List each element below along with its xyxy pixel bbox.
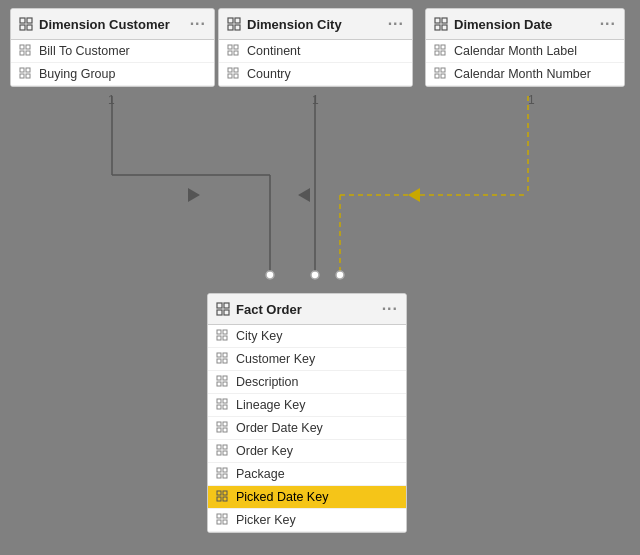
arrow-dim-city [298,188,310,202]
svg-rect-20 [228,68,232,72]
svg-rect-28 [435,45,439,49]
row-icon-city-key [216,329,230,343]
row-calendar-month-label[interactable]: Calendar Month Label [426,40,624,63]
svg-rect-15 [235,25,240,30]
svg-rect-52 [217,399,221,403]
row-continent[interactable]: Continent [219,40,412,63]
row-calendar-month-number[interactable]: Calendar Month Number [426,63,624,86]
card-header-dimension-date[interactable]: Dimension Date ··· [426,9,624,40]
card-menu-fact-order[interactable]: ··· [382,300,398,318]
svg-rect-58 [217,428,221,432]
card-dimension-city[interactable]: Dimension City ··· Continent [218,8,413,87]
svg-rect-68 [217,491,221,495]
svg-rect-55 [223,405,227,409]
row-icon-calendar-month-number [434,67,448,81]
svg-rect-5 [26,45,30,49]
svg-rect-9 [26,68,30,72]
row-icon-lineage-key [216,398,230,412]
svg-rect-44 [217,353,221,357]
svg-rect-50 [217,382,221,386]
card-menu-dimension-customer[interactable]: ··· [190,15,206,33]
svg-rect-21 [234,68,238,72]
svg-rect-69 [223,491,227,495]
row-label-order-key: Order Key [236,444,293,458]
card-menu-dimension-city[interactable]: ··· [388,15,404,33]
row-label-city-key: City Key [236,329,283,343]
row-country[interactable]: Country [219,63,412,86]
row-icon-bill-to-customer [19,44,33,58]
svg-rect-13 [235,18,240,23]
row-label-picker-key: Picker Key [236,513,296,527]
card-body-dimension-date: Calendar Month Label Calendar Month Numb… [426,40,624,86]
row-icon-country [227,67,241,81]
row-icon-picked-date-key [216,490,230,504]
row-package[interactable]: Package [208,463,406,486]
card-header-dimension-customer[interactable]: Dimension Customer ··· [11,9,214,40]
grid-icon-fact-order [216,302,230,316]
svg-rect-65 [223,468,227,472]
svg-rect-39 [224,310,229,315]
svg-rect-31 [441,51,445,55]
row-label-picked-date-key: Picked Date Key [236,490,328,504]
svg-rect-62 [217,451,221,455]
row-label-calendar-month-number: Calendar Month Number [454,67,591,81]
svg-rect-4 [20,45,24,49]
svg-rect-8 [20,68,24,72]
row-buying-group[interactable]: Buying Group [11,63,214,86]
row-icon-continent [227,44,241,58]
svg-rect-7 [26,51,30,55]
row-label-lineage-key: Lineage Key [236,398,306,412]
row-customer-key[interactable]: Customer Key [208,348,406,371]
svg-rect-1 [27,18,32,23]
connector-dim-date [336,271,344,279]
label-one-dim-customer: 1 [108,93,115,107]
svg-rect-46 [217,359,221,363]
svg-rect-17 [234,45,238,49]
svg-rect-42 [217,336,221,340]
row-order-date-key[interactable]: Order Date Key [208,417,406,440]
svg-rect-56 [217,422,221,426]
svg-rect-34 [435,74,439,78]
row-bill-to-customer[interactable]: Bill To Customer [11,40,214,63]
card-header-fact-order[interactable]: Fact Order ··· [208,294,406,325]
svg-rect-71 [223,497,227,501]
card-title-dimension-date: Dimension Date [454,17,552,32]
svg-rect-75 [223,520,227,524]
svg-rect-12 [228,18,233,23]
row-lineage-key[interactable]: Lineage Key [208,394,406,417]
arrow-dim-customer [188,188,200,202]
card-title-dimension-customer: Dimension Customer [39,17,170,32]
svg-rect-0 [20,18,25,23]
card-fact-order[interactable]: Fact Order ··· City Key [207,293,407,533]
row-picker-key[interactable]: Picker Key [208,509,406,532]
card-menu-dimension-date[interactable]: ··· [600,15,616,33]
svg-rect-48 [217,376,221,380]
row-icon-picker-key [216,513,230,527]
svg-rect-74 [217,520,221,524]
row-picked-date-key[interactable]: Picked Date Key [208,486,406,509]
svg-rect-45 [223,353,227,357]
grid-icon-dimension-customer [19,17,33,31]
svg-rect-25 [442,18,447,23]
svg-rect-18 [228,51,232,55]
row-icon-package [216,467,230,481]
svg-rect-53 [223,399,227,403]
svg-rect-10 [20,74,24,78]
svg-rect-36 [217,303,222,308]
row-label-order-date-key: Order Date Key [236,421,323,435]
row-label-country: Country [247,67,291,81]
row-order-key[interactable]: Order Key [208,440,406,463]
card-dimension-date[interactable]: Dimension Date ··· Calendar Month Label [425,8,625,87]
row-icon-calendar-month-label [434,44,448,58]
svg-rect-67 [223,474,227,478]
row-label-customer-key: Customer Key [236,352,315,366]
row-city-key[interactable]: City Key [208,325,406,348]
row-label-package: Package [236,467,285,481]
row-description[interactable]: Description [208,371,406,394]
card-header-dimension-city[interactable]: Dimension City ··· [219,9,412,40]
card-dimension-customer[interactable]: Dimension Customer ··· Bill To Customer [10,8,215,87]
svg-rect-16 [228,45,232,49]
row-label-bill-to-customer: Bill To Customer [39,44,130,58]
svg-rect-2 [20,25,25,30]
svg-rect-61 [223,445,227,449]
